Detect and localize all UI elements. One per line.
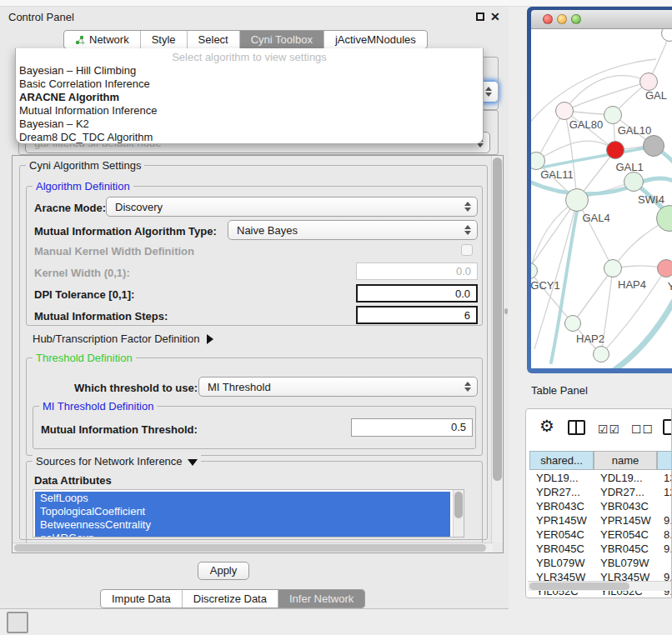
collapse-arrow-icon — [188, 459, 198, 466]
mi-type-combobox[interactable]: Naive Bayes — [228, 220, 478, 240]
algorithm-option[interactable]: Dream8 DC_TDC Algorithm — [16, 131, 483, 144]
tab-jactivemnodules[interactable]: jActiveMNodules — [323, 31, 427, 48]
table-row[interactable]: YER054CYER054C8. — [529, 528, 672, 542]
manual-kernel-checkbox[interactable] — [461, 244, 473, 256]
hub-definition-label: Hub/Transcription Factor Definition — [33, 332, 199, 345]
table-row[interactable]: YBR043CYBR043C — [529, 499, 672, 513]
deselect-all-columns-icon[interactable]: ☐☐ — [631, 422, 654, 436]
combo-stepper-icon — [464, 382, 471, 392]
panel-divider-handle[interactable] — [504, 308, 508, 314]
node-label: GAL4 — [582, 212, 609, 224]
export-table-icon[interactable] — [663, 419, 672, 435]
control-panel: Control Panel ✕ NetworkStyleSelectCyni T… — [0, 7, 509, 609]
aracne-mode-label: Aracne Mode: — [34, 202, 106, 214]
sources-group-title[interactable]: Sources for Network Inference — [33, 455, 201, 468]
algorithm-option[interactable]: Bayesian – Hill Climbing — [16, 64, 483, 78]
tab-discretize-data[interactable]: Discretize Data — [182, 590, 278, 608]
algorithm-definition-title: Algorithm Definition — [33, 180, 133, 192]
select-all-columns-icon[interactable]: ☑☑ — [598, 422, 620, 436]
table-settings-gear-icon[interactable]: ⚙ — [539, 416, 554, 436]
mi-threshold-label: Mutual Information Threshold: — [41, 423, 198, 436]
table-row[interactable]: YBR045CYBR045C9. — [529, 542, 672, 556]
network-node-hap4[interactable] — [604, 259, 622, 278]
table-cell: YBL079W — [529, 556, 594, 570]
aracne-mode-combobox[interactable]: Discovery — [106, 197, 478, 217]
network-node[interactable] — [643, 135, 664, 157]
tab-impute-data[interactable]: Impute Data — [101, 590, 182, 608]
kernel-width-field[interactable]: 0.0 — [356, 262, 478, 280]
attribute-list-item[interactable]: BetweennessCentrality — [35, 518, 450, 532]
network-node-hap2[interactable] — [564, 315, 581, 332]
minimize-traffic-light-icon[interactable] — [557, 14, 567, 24]
network-node-swi4[interactable] — [624, 172, 644, 192]
zoom-traffic-light-icon[interactable] — [571, 14, 581, 24]
scrollbar-thumb[interactable] — [529, 582, 629, 590]
tab-style[interactable]: Style — [140, 31, 187, 48]
scrollbar-thumb[interactable] — [454, 492, 463, 518]
close-icon[interactable]: ✕ — [490, 10, 500, 23]
network-window-titlebar[interactable] — [531, 10, 672, 29]
algorithm-option[interactable]: Bayesian – K2 — [16, 118, 483, 131]
column-header-name[interactable]: name — [594, 451, 657, 470]
table-cell: YBR045C — [594, 542, 657, 556]
attribute-list-item[interactable]: gal4RGexp — [35, 532, 450, 538]
network-node-gal[interactable] — [639, 72, 658, 91]
aracne-mode-value: Discovery — [115, 201, 163, 213]
scrollbar-thumb[interactable] — [14, 544, 486, 552]
table-cell: YBR045C — [529, 542, 594, 556]
network-node-y[interactable] — [657, 259, 672, 278]
algorithm-option[interactable]: Mutual Information Inference — [16, 104, 483, 118]
network-node-gal4[interactable] — [565, 188, 589, 212]
table-row[interactable]: YDL19...YDL19...13 — [529, 471, 672, 485]
mi-type-value: Naive Bayes — [237, 224, 298, 237]
combo-stepper-icon — [464, 225, 471, 235]
tab-network[interactable]: Network — [64, 31, 140, 48]
node-label: HAP4 — [618, 278, 646, 291]
attribute-list-scrollbar[interactable] — [453, 490, 464, 537]
scrollbar-thumb[interactable] — [493, 158, 502, 481]
column-header-extra[interactable] — [657, 451, 672, 470]
kernel-width-label: Kernel Width (0,1): — [34, 267, 130, 279]
data-attributes-list[interactable]: SelfLoopsTopologicalCoefficientBetweenne… — [33, 489, 464, 538]
mi-steps-field[interactable]: 6 — [356, 306, 478, 324]
table-horizontal-scrollbar[interactable] — [528, 581, 671, 591]
hub-definition-expander[interactable]: Hub/Transcription Factor Definition — [33, 332, 213, 345]
algorithm-option[interactable]: ARACNE Algorithm — [16, 91, 483, 104]
tab-infer-network[interactable]: Infer Network — [278, 590, 364, 608]
table-row[interactable]: YPR145WYPR145W9. — [529, 513, 672, 528]
node-label: HAP2 — [576, 332, 604, 345]
column-header-shared-[interactable]: shared... — [529, 451, 594, 470]
network-node-gal10[interactable] — [604, 106, 622, 124]
settings-horizontal-scrollbar[interactable] — [13, 542, 493, 552]
network-node-gal80[interactable] — [555, 102, 574, 120]
attribute-list-item[interactable]: TopologicalCoefficient — [35, 505, 450, 518]
combo-stepper-icon — [464, 202, 471, 212]
table-row[interactable]: YBL079WYBL079W — [529, 556, 672, 570]
tab-cyni-toolbox[interactable]: Cyni Toolbox — [239, 31, 323, 48]
node-label: GAL11 — [540, 168, 574, 181]
float-panel-icon[interactable] — [476, 12, 484, 21]
network-canvas[interactable]: GALGAL80GAL10GAL1GAL11SWI4GAL4GCY1HAP4YH… — [531, 29, 672, 368]
attribute-list-item[interactable]: SelfLoops — [35, 492, 450, 505]
network-node-gal1[interactable] — [606, 141, 624, 159]
threshold-definition-title: Threshold Definition — [33, 352, 136, 364]
tab-select[interactable]: Select — [187, 31, 239, 48]
algorithm-option[interactable]: Basic Correlation Inference — [16, 78, 483, 91]
settings-vertical-scrollbar[interactable] — [491, 156, 503, 542]
tab-label: jActiveMNodules — [335, 33, 416, 46]
which-threshold-value: MI Threshold — [208, 381, 271, 393]
node-label: SWI4 — [638, 193, 664, 206]
minimized-panel-icon[interactable] — [7, 612, 28, 633]
tab-label: Discretize Data — [193, 592, 267, 605]
network-node[interactable] — [593, 346, 609, 362]
table-cell: 9. — [657, 542, 672, 556]
close-traffic-light-icon[interactable] — [543, 14, 553, 24]
mi-threshold-field[interactable]: 0.5 — [351, 418, 473, 437]
cyni-settings-scrollpanel: Cyni Algorithm Settings Algorithm Defini… — [12, 155, 504, 553]
which-threshold-combobox[interactable]: MI Threshold — [198, 377, 478, 397]
which-threshold-label: Which threshold to use: — [74, 382, 198, 394]
dpi-tolerance-field[interactable]: 0.0 — [356, 284, 478, 302]
table-row[interactable]: YDR27...YDR27...12 — [529, 485, 672, 499]
column-layout-icon[interactable] — [568, 420, 585, 435]
apply-button[interactable]: Apply — [198, 562, 249, 580]
